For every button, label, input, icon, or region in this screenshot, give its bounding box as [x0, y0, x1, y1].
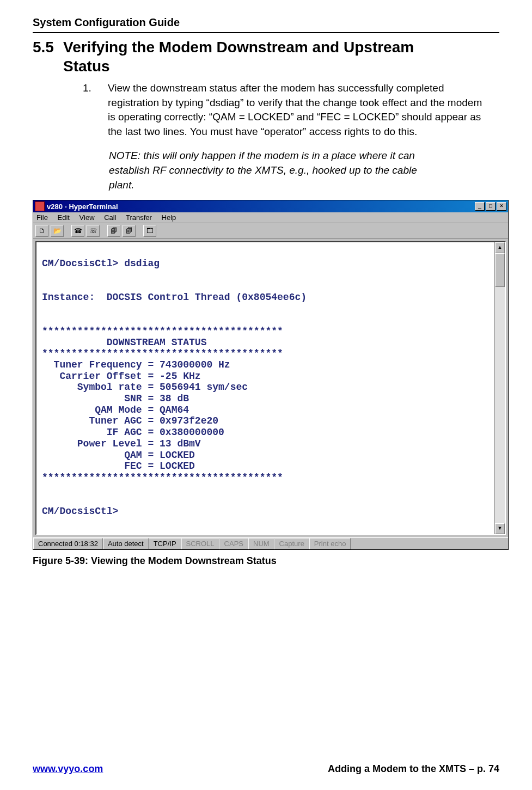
menubar: File Edit View Call Transfer Help — [33, 212, 508, 223]
scroll-down-icon[interactable]: ▼ — [495, 523, 505, 534]
step-text: View the downstream status after the mod… — [108, 81, 483, 139]
scroll-track[interactable] — [495, 253, 505, 523]
toolbar-receive-icon[interactable]: 🗐 — [123, 225, 136, 237]
status-caps: CAPS — [219, 538, 248, 549]
menu-help[interactable]: Help — [162, 213, 176, 222]
footer-right: Adding a Modem to the XMTS – p. 74 — [328, 763, 499, 775]
status-print-echo: Print echo — [309, 538, 351, 549]
status-capture: Capture — [274, 538, 309, 549]
window-titlebar[interactable]: v280 - HyperTerminal _ □ × — [33, 200, 508, 212]
menu-file[interactable]: File — [36, 213, 48, 222]
status-connected: Connected 0:18:32 — [33, 538, 103, 549]
toolbar-send-icon[interactable]: 🗐 — [107, 225, 120, 237]
section-title-line2: Status — [63, 58, 110, 75]
footer-url[interactable]: www.vyyo.com — [33, 763, 103, 775]
toolbar-connect-icon[interactable]: ☎ — [71, 225, 84, 237]
scroll-up-icon[interactable]: ▲ — [495, 242, 505, 253]
app-icon — [35, 201, 45, 211]
vertical-scrollbar[interactable]: ▲ ▼ — [494, 242, 505, 534]
menu-call[interactable]: Call — [104, 213, 116, 222]
step-number: 1. — [83, 81, 108, 96]
section-title-line1: Verifying the Modem Downstream and Upstr… — [63, 39, 414, 56]
step-1: 1. View the downstream status after the … — [83, 81, 483, 139]
status-protocol: TCP/IP — [149, 538, 181, 549]
menu-transfer[interactable]: Transfer — [126, 213, 152, 222]
toolbar-new-icon[interactable]: 🗋 — [35, 225, 48, 237]
scroll-thumb[interactable] — [495, 253, 505, 287]
window-title: v280 - HyperTerminal — [47, 203, 474, 211]
status-detect: Auto detect — [103, 538, 149, 549]
page-footer: www.vyyo.com Adding a Modem to the XMTS … — [33, 763, 499, 775]
terminal-output[interactable]: CM/DocsisCtl> dsdiag Instance: DOCSIS Co… — [36, 242, 494, 534]
section-number: 5.5 — [33, 38, 63, 57]
toolbar-open-icon[interactable]: 📂 — [51, 225, 64, 237]
toolbar: 🗋 📂 ☎ ☏ 🗐 🗐 🗔 — [33, 223, 508, 239]
toolbar-properties-icon[interactable]: 🗔 — [143, 225, 156, 237]
menu-edit[interactable]: Edit — [58, 213, 70, 222]
close-button[interactable]: × — [497, 202, 506, 211]
figure-caption: Figure 5-39: Viewing the Modem Downstrea… — [33, 555, 499, 567]
statusbar: Connected 0:18:32 Auto detect TCP/IP SCR… — [33, 537, 508, 549]
header-rule — [33, 32, 499, 33]
maximize-button[interactable]: □ — [486, 202, 496, 211]
status-num: NUM — [248, 538, 274, 549]
section-title-text: Verifying the Modem Downstream and Upstr… — [63, 38, 414, 76]
section-title: 5.5Verifying the Modem Downstream and Up… — [33, 38, 499, 76]
status-scroll: SCROLL — [181, 538, 219, 549]
hyperterminal-window: v280 - HyperTerminal _ □ × File Edit Vie… — [33, 200, 509, 550]
page-header: System Configuration Guide — [33, 16, 499, 29]
toolbar-disconnect-icon[interactable]: ☏ — [87, 225, 100, 237]
menu-view[interactable]: View — [80, 213, 95, 222]
minimize-button[interactable]: _ — [475, 202, 485, 211]
note-text: NOTE: this will only happen if the modem… — [109, 149, 434, 192]
